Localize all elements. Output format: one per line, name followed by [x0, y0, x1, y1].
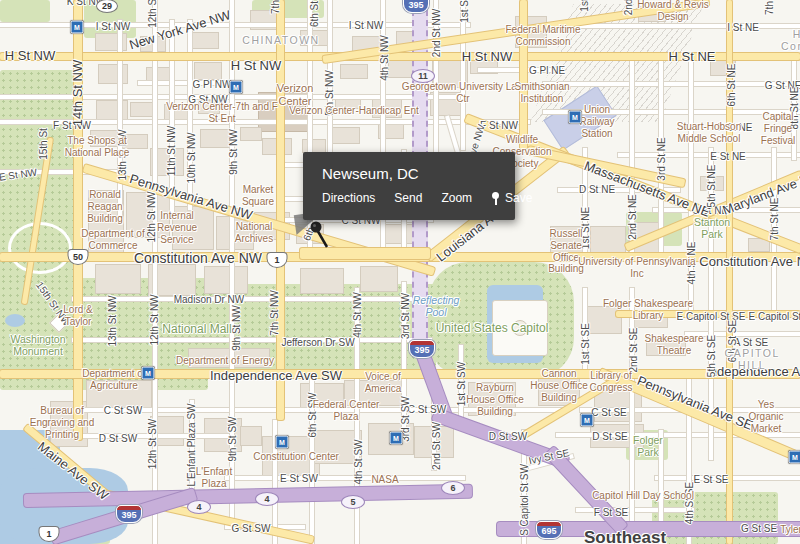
- map-canvas[interactable]: K St NWI St NWI St NW12th St7th6th St1st…: [0, 0, 800, 544]
- metro-station-icon: M: [142, 367, 155, 380]
- place-label: NASA: [371, 474, 398, 486]
- route-shield-4: 4: [255, 492, 279, 506]
- place-label: Rayburn House Office Building: [464, 382, 526, 417]
- place-label: Folger Shakespeare Library: [602, 298, 694, 322]
- place-label: Stuart-Hobson Middle School: [664, 121, 755, 145]
- place-label: Library of Congress: [575, 370, 647, 394]
- route-shield-11: 11: [411, 69, 435, 83]
- place-label: Reflecting Pool: [403, 294, 469, 319]
- place-label: The Shops at National Place: [61, 135, 133, 159]
- place-label: Federal Maritime Commission: [500, 24, 586, 48]
- place-label: CHINATOWN: [242, 34, 319, 46]
- place-label: Washington Monument: [0, 333, 84, 358]
- place-label: Department of Energy: [176, 355, 274, 367]
- place-label: Stanton Park: [686, 216, 738, 241]
- route-shield-4: 4: [187, 500, 211, 514]
- place-label: National Mall: [162, 322, 231, 336]
- metro-station-icon: M: [569, 111, 582, 124]
- directions-link[interactable]: Directions: [322, 191, 375, 205]
- route-shield-6: 6: [441, 481, 465, 495]
- place-label: University of Pennsylvania Inc: [575, 256, 699, 280]
- place-label: Tyler: [780, 524, 800, 536]
- popup-actions: Directions Send Zoom Save: [322, 191, 515, 205]
- place-label: Bureau of Engraving and Printing: [21, 405, 103, 440]
- place-label: Shakespeare Theatre: [628, 333, 720, 357]
- place-label: Yes Organic Market: [748, 399, 783, 434]
- place-label: United States Capitol: [436, 321, 549, 335]
- place-label: L'Enfant Plaza: [186, 466, 242, 490]
- map-pushpin[interactable]: [306, 218, 332, 254]
- send-link[interactable]: Send: [394, 191, 422, 205]
- save-link[interactable]: Save: [491, 191, 532, 205]
- metro-station-icon: M: [390, 432, 403, 445]
- popup-title: Newseum, DC: [322, 165, 515, 182]
- route-shield-695: 695: [536, 521, 562, 539]
- place-labels-layer: CHINATOWNCAPITOL HILLH St CorridorVerizo…: [0, 0, 800, 544]
- place-label: Folger Park: [626, 434, 670, 459]
- metro-station-icon: M: [276, 436, 289, 449]
- place-label: Constitution Center: [253, 451, 339, 463]
- place-label: Voice of America: [350, 371, 416, 395]
- route-shield-5: 5: [341, 495, 365, 509]
- place-label: Federal Center Plaza: [299, 399, 393, 423]
- place-label: Market Square: [232, 184, 284, 208]
- place-label: Capital Fringe Festival: [761, 111, 795, 146]
- metro-station-icon: M: [230, 81, 243, 94]
- route-shield-395: 395: [409, 340, 435, 358]
- place-label: Capitol Hill Day School: [592, 490, 694, 502]
- route-shield-395: 395: [116, 505, 142, 523]
- place-label: Smithsonian Institution: [496, 81, 588, 105]
- location-popup: Newseum, DC Directions Send Zoom Save: [303, 152, 515, 220]
- place-label: H St Corridor: [781, 28, 800, 53]
- place-label: National Archives: [224, 221, 284, 245]
- save-pushpin-icon: [491, 192, 500, 205]
- pushpin-icon: [306, 218, 332, 250]
- metro-station-icon: M: [581, 414, 594, 427]
- metro-station-icon: M: [71, 21, 84, 34]
- place-label: CAPITOL HILL: [725, 347, 780, 372]
- place-label: Howard & Revis Design: [624, 0, 722, 23]
- place-label: Lord & Taylor: [54, 304, 102, 328]
- route-shield-395: 395: [403, 0, 429, 13]
- zoom-link[interactable]: Zoom: [441, 191, 472, 205]
- place-label: Ronald Reagan Building: [76, 189, 134, 224]
- place-label: Verizon Center-7th and F St Ent: [166, 101, 278, 125]
- place-label: Verizon Center-Handicap Ent: [289, 105, 419, 117]
- metro-station-icon: M: [789, 451, 800, 464]
